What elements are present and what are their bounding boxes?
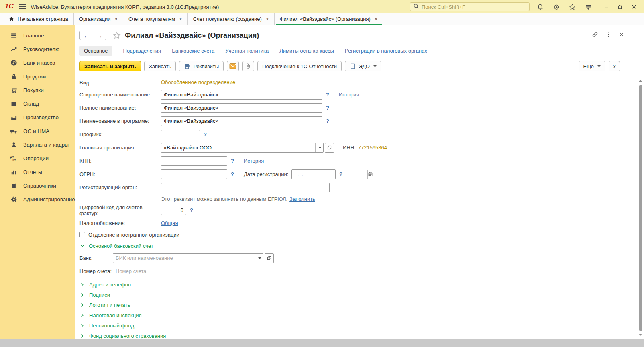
close-window-button[interactable] (628, 2, 640, 12)
window-tab-home[interactable]: Начальная страница (3, 13, 74, 25)
restore-button[interactable] (615, 2, 626, 12)
bank-dropdown-button[interactable] (255, 254, 263, 263)
help-icon[interactable]: ? (231, 171, 234, 177)
vertical-scrollbar[interactable] (638, 79, 642, 337)
reg-organ-input[interactable] (161, 183, 330, 192)
home-icon (8, 16, 14, 22)
nav-bank-accounts[interactable]: Банковские счета (172, 48, 214, 54)
help-icon[interactable]: ? (339, 171, 342, 177)
history-button[interactable] (550, 2, 562, 12)
window-tab-organizations[interactable]: Организации× (74, 13, 123, 25)
connect-1c-reporting-button[interactable]: Подключение к 1С-Отчетности (257, 61, 342, 71)
foreign-org-checkbox[interactable] (79, 232, 85, 237)
kpp-input[interactable] (161, 156, 227, 166)
window-tab-customer-invoice-new[interactable]: Счет покупателю (создание)× (188, 13, 275, 25)
short-name-history-link[interactable]: История (339, 92, 359, 98)
bank-open-button[interactable] (265, 253, 274, 263)
help-icon[interactable]: ? (231, 158, 234, 164)
nav-departments[interactable]: Подразделения (123, 48, 161, 54)
scroll-down-button[interactable] (639, 333, 642, 337)
kpp-history-link[interactable]: История (244, 158, 264, 164)
section-logo-seal[interactable]: Логотип и печать (79, 300, 644, 310)
digit-code-input[interactable] (161, 206, 186, 215)
send-mail-button[interactable] (227, 61, 239, 71)
notifications-button[interactable] (534, 2, 546, 12)
forward-button[interactable]: → (93, 31, 106, 40)
sidebar-item-warehouse[interactable]: Склад (0, 97, 75, 110)
save-close-button[interactable]: Записать и закрыть (79, 61, 141, 71)
functions-menu-button[interactable] (583, 2, 594, 12)
prefix-input[interactable] (161, 130, 200, 139)
reg-date-calendar-button[interactable] (367, 170, 373, 179)
help-icon[interactable]: ? (326, 92, 329, 98)
save-button[interactable]: Записать (144, 61, 176, 71)
vid-value-link[interactable]: Обособленное подразделение (161, 79, 235, 86)
menu-lines-icon (10, 32, 17, 39)
sidebar-item-sales[interactable]: Продажи (0, 69, 75, 83)
help-icon[interactable]: ? (190, 207, 193, 213)
sidebar-item-production[interactable]: Производство (0, 110, 75, 124)
bank-section-header[interactable]: Основной банковский счет (79, 240, 644, 251)
section-signatures[interactable]: Подписи (79, 290, 644, 300)
help-icon[interactable]: ? (326, 118, 329, 124)
reg-date-input[interactable] (292, 170, 367, 179)
tax-system-link[interactable]: Общая (161, 220, 178, 226)
scroll-thumb[interactable] (639, 85, 642, 331)
program-name-input[interactable] (161, 116, 322, 126)
edo-document-icon (350, 63, 356, 69)
head-org-open-button[interactable] (325, 143, 334, 153)
sidebar-item-label: Продажи (23, 73, 46, 80)
minimize-button[interactable] (601, 2, 612, 12)
account-input[interactable] (113, 267, 180, 276)
sidebar-item-directories[interactable]: Справочники (0, 179, 75, 192)
attach-file-button[interactable] (242, 61, 254, 71)
help-icon[interactable]: ? (204, 131, 207, 137)
tab-close-icon[interactable]: × (114, 16, 118, 22)
global-search[interactable] (410, 2, 530, 11)
window-tab-branch-org[interactable]: Филиал «Вайзэдвайс» (Организация)× (275, 13, 383, 25)
copy-link-button[interactable] (591, 31, 599, 38)
section-address-phone[interactable]: Адрес и телефон (79, 280, 644, 290)
bag-icon (10, 73, 17, 80)
main-menu-button[interactable] (19, 4, 26, 9)
help-icon[interactable]: ? (326, 105, 329, 111)
sidebar-item-fixed-assets[interactable]: ОС и НМА (0, 124, 75, 138)
sidebar-item-purchases[interactable]: Покупки (0, 83, 75, 97)
window-tab-customer-invoices[interactable]: Счета покупателям× (123, 13, 188, 25)
section-tax-inspection[interactable]: Налоговая инспекция (79, 310, 644, 321)
sidebar-item-operations[interactable]: ДтКтОперации (0, 151, 75, 165)
favorites-button[interactable] (567, 2, 578, 12)
sidebar-item-manager[interactable]: Руководителю (0, 42, 75, 56)
search-input[interactable] (422, 4, 526, 10)
tab-close-icon[interactable]: × (179, 16, 182, 22)
nav-main[interactable]: Основное (79, 46, 112, 56)
more-actions-button[interactable] (606, 31, 611, 38)
add-favorite-button[interactable] (113, 31, 121, 39)
close-form-button[interactable] (619, 32, 624, 37)
sidebar-item-main[interactable]: Главное (0, 29, 75, 42)
more-button[interactable]: Еще (579, 61, 605, 71)
bank-input[interactable] (113, 254, 255, 263)
sidebar-item-reports[interactable]: Отчеты (0, 165, 75, 179)
nav-cash-limits[interactable]: Лимиты остатка кассы (279, 48, 334, 54)
section-pension-fund[interactable]: Пенсионный фонд (79, 320, 644, 331)
sidebar-item-payroll-hr[interactable]: Зарплата и кадры (0, 138, 75, 151)
nav-tax-registrations[interactable]: Регистрации в налоговых органах (345, 48, 427, 54)
full-name-input[interactable] (161, 103, 322, 113)
nav-accounting-policy[interactable]: Учетная политика (225, 48, 269, 54)
tab-close-icon[interactable]: × (266, 16, 269, 22)
requisites-button[interactable]: Реквизиты (179, 61, 224, 71)
back-button[interactable]: ← (79, 31, 93, 40)
person-icon (10, 141, 17, 148)
scroll-up-button[interactable] (639, 79, 642, 82)
head-org-input[interactable] (161, 143, 315, 152)
tab-close-icon[interactable]: × (375, 16, 378, 22)
egrul-fill-link[interactable]: Заполнить (289, 196, 315, 202)
edo-button[interactable]: ЭДО (345, 61, 381, 71)
sidebar-item-administration[interactable]: Администрирование (0, 192, 75, 206)
help-button[interactable]: ? (609, 61, 620, 71)
short-name-input[interactable] (161, 90, 322, 100)
sidebar-item-bank-cash[interactable]: Банк и касса (0, 56, 75, 69)
head-org-dropdown-button[interactable] (315, 143, 323, 152)
ogrn-input[interactable] (161, 169, 227, 179)
